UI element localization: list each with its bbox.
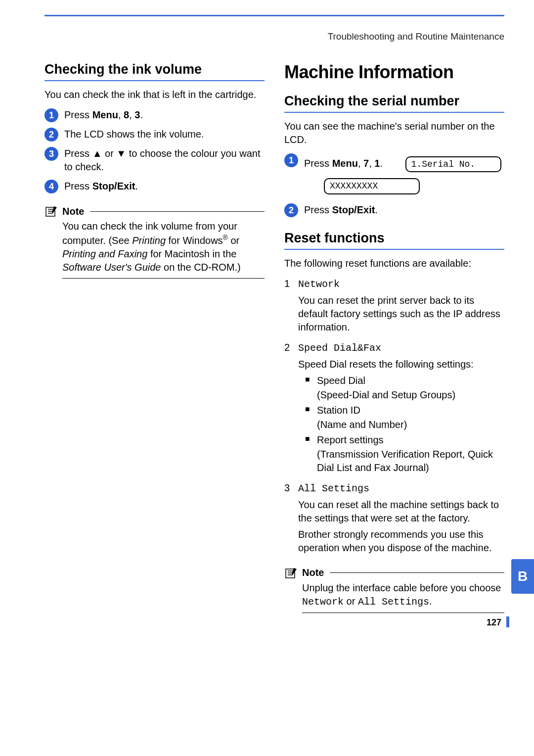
ink-step-2: 2 The LCD shows the ink volume. — [44, 128, 265, 141]
t: Unplug the interface cable before you ch… — [302, 582, 501, 593]
t: or — [228, 235, 239, 246]
t: , — [129, 109, 134, 120]
serial-steps: 1 Press Menu, 7, 1. 1.Serial No. XXXXXXX… — [284, 153, 504, 217]
t: 7 — [363, 158, 369, 169]
reset-body: You can reset all the machine settings b… — [298, 498, 504, 525]
page-number: 127 — [487, 617, 504, 628]
reset-note: Note Unplug the interface cable before y… — [284, 567, 504, 613]
sub-item: Station ID (Name and Number) — [305, 404, 504, 431]
t: (Speed-Dial and Setup Groups) — [317, 388, 504, 402]
serial-step-1: 1 Press Menu, 7, 1. 1.Serial No. XXXXXXX… — [284, 153, 504, 197]
reset-body: Brother strongly recommends you use this… — [298, 528, 504, 555]
t: Software User's Guide — [62, 262, 161, 273]
note-rule — [90, 211, 265, 212]
t: ® — [223, 234, 228, 241]
running-head: Troubleshooting and Routine Maintenance — [44, 31, 504, 42]
t: Stop/Exit — [92, 181, 135, 191]
reset-item-all: 3 All Settings You can reset all the mac… — [284, 481, 504, 555]
sub-item: Speed Dial (Speed-Dial and Setup Groups) — [305, 374, 504, 402]
t: on the CD-ROM.) — [161, 262, 240, 273]
heading-reset: Reset functions — [284, 231, 504, 250]
step-badge-2: 2 — [284, 203, 298, 217]
t: Station ID — [317, 405, 360, 416]
reset-title: Network — [298, 279, 340, 290]
ink-intro: You can check the ink that is left in th… — [44, 88, 265, 101]
heading-ink-volume: Checking the ink volume — [44, 62, 265, 81]
t: Press — [304, 158, 332, 169]
reset-body: You can reset the print server back to i… — [298, 294, 504, 334]
t: . — [135, 181, 138, 191]
note-head: Note — [284, 567, 504, 579]
reset-intro: The following reset functions are availa… — [284, 257, 504, 270]
t: for Macintosh in the — [147, 248, 236, 259]
note-label: Note — [62, 206, 84, 217]
t: Printing and Faxing — [62, 248, 147, 259]
t: Menu — [332, 158, 358, 169]
step-text: Press Menu, 7, 1. — [304, 158, 386, 169]
step-text: Press Menu, 8, 3. — [64, 109, 143, 120]
left-column: Checking the ink volume You can check th… — [44, 62, 265, 613]
lcd-serial-label: 1.Serial No. — [405, 156, 501, 172]
ink-steps: 1 Press Menu, 8, 3. 2 The LCD shows the … — [44, 108, 265, 193]
note-body: Unplug the interface cable before you ch… — [302, 581, 504, 609]
t: (Name and Number) — [317, 418, 504, 431]
t: Press — [304, 204, 332, 215]
t: Printing — [132, 235, 166, 246]
num: 2 — [284, 341, 290, 354]
heading-serial: Checking the serial number — [284, 94, 504, 113]
reset-title: All Settings — [298, 483, 369, 494]
t: Report settings — [317, 434, 384, 445]
t: . — [140, 109, 143, 120]
reset-title: Speed Dial&Fax — [298, 342, 381, 354]
step-badge-1: 1 — [44, 108, 58, 122]
serial-intro: You can see the machine's serial number … — [284, 120, 504, 146]
section-tab: B — [511, 559, 534, 594]
reset-item-speeddial: 2 Speed Dial&Fax Speed Dial resets the f… — [284, 341, 504, 474]
note-head: Note — [44, 205, 265, 218]
step-text: The LCD shows the ink volume. — [64, 129, 204, 140]
note-body: You can check the ink volume from your c… — [62, 220, 265, 274]
t: , — [118, 109, 124, 120]
t: for Windows — [166, 235, 223, 246]
t: (Transmission Verification Report, Quick… — [317, 448, 504, 474]
ink-step-3: 3 Press ▲ or ▼ to choose the colour you … — [44, 147, 265, 174]
note-rule — [330, 572, 504, 573]
t: . — [429, 596, 432, 607]
t: . — [380, 158, 383, 169]
t: , — [369, 158, 374, 169]
step-text: Press ▲ or ▼ to choose the colour you wa… — [64, 148, 260, 172]
note-close-rule — [62, 278, 265, 279]
right-column: Machine Information Checking the serial … — [284, 62, 504, 613]
note-label: Note — [302, 567, 324, 578]
note-icon — [284, 567, 299, 579]
ink-note: Note You can check the ink volume from y… — [44, 205, 265, 279]
t: Network — [302, 596, 344, 608]
lcd-serial-value: XXXXXXXXX — [324, 178, 420, 194]
t: All Settings — [358, 596, 429, 608]
step-badge-3: 3 — [44, 147, 58, 161]
t: Stop/Exit — [332, 204, 375, 215]
t: Speed Dial — [317, 375, 365, 386]
step-text: Press Stop/Exit. — [304, 204, 378, 215]
speed-dial-sublist: Speed Dial (Speed-Dial and Setup Groups)… — [305, 374, 504, 474]
step-badge-4: 4 — [44, 180, 58, 193]
t: 3 — [134, 109, 140, 120]
serial-step-2: 2 Press Stop/Exit. — [284, 203, 504, 217]
heading-machine-info: Machine Information — [284, 62, 504, 83]
num: 1 — [284, 277, 290, 290]
num: 3 — [284, 481, 290, 495]
note-close-rule — [302, 613, 504, 613]
sub-item: Report settings (Transmission Verificati… — [305, 433, 504, 474]
t: Menu — [92, 109, 118, 120]
t: 8 — [124, 109, 129, 120]
t: Press — [64, 181, 92, 191]
ink-step-4: 4 Press Stop/Exit. — [44, 180, 265, 193]
t: , — [358, 158, 363, 169]
t: or — [344, 596, 358, 607]
t: . — [375, 204, 378, 215]
t: Press — [64, 109, 92, 120]
reset-item-network: 1 Network You can reset the print server… — [284, 277, 504, 334]
reset-list: 1 Network You can reset the print server… — [284, 277, 504, 555]
step-badge-2: 2 — [44, 128, 58, 142]
step-badge-1: 1 — [284, 153, 298, 167]
